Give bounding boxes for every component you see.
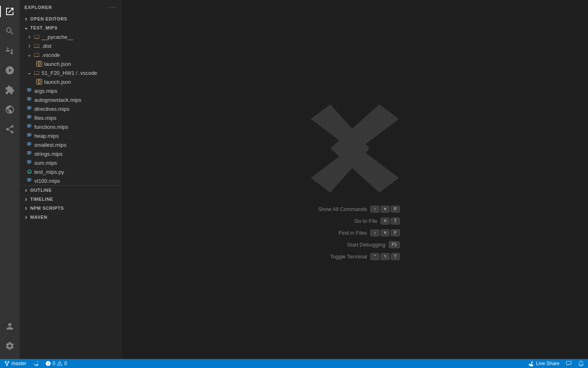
shortcut-label: Find in Files bbox=[310, 230, 367, 236]
activity-extensions[interactable] bbox=[0, 80, 20, 100]
activity-liveshare[interactable] bbox=[0, 119, 20, 139]
activity-search[interactable] bbox=[0, 21, 20, 41]
svg-rect-8 bbox=[27, 99, 32, 100]
list-item[interactable]: {} launch.json bbox=[20, 77, 122, 86]
npm-scripts-panel-header[interactable]: NPM SCRIPTS bbox=[20, 204, 122, 213]
kbd-key: P bbox=[391, 206, 400, 213]
folder-label: .dist bbox=[42, 43, 51, 49]
file-label: vt100.mips bbox=[34, 178, 60, 184]
shortcut-row: Toggle Terminal ^ ⌥ T bbox=[310, 253, 400, 260]
sync-status[interactable] bbox=[31, 359, 40, 368]
svg-rect-16 bbox=[27, 116, 32, 117]
svg-rect-26 bbox=[27, 134, 32, 135]
list-item[interactable]: vt100.mips bbox=[20, 176, 122, 185]
svg-rect-20 bbox=[27, 124, 31, 125]
mips-file-icon bbox=[26, 159, 33, 166]
error-icon bbox=[45, 361, 51, 366]
file-label: files.mips bbox=[34, 115, 56, 121]
outline-panel-header[interactable]: OUTLINE bbox=[20, 186, 122, 195]
activity-explorer[interactable] bbox=[0, 2, 20, 21]
activity-remote[interactable] bbox=[0, 100, 20, 119]
list-item[interactable]: 51_F20_HW1 / .vscode bbox=[20, 68, 122, 77]
more-actions-icon[interactable]: ··· bbox=[109, 3, 117, 12]
activity-settings[interactable] bbox=[0, 336, 20, 356]
app-container: EXPLORER ··· OPEN EDITORS TEST_MIPS bbox=[0, 0, 588, 359]
svg-rect-10 bbox=[27, 106, 31, 107]
maven-panel-header[interactable]: MAVEN bbox=[20, 213, 122, 222]
vscode-logo bbox=[306, 99, 404, 197]
svg-rect-51 bbox=[27, 181, 30, 182]
svg-rect-6 bbox=[27, 98, 32, 99]
list-item[interactable]: heap.mips bbox=[20, 131, 122, 140]
folder-chevron bbox=[26, 52, 33, 58]
list-item[interactable]: .dist bbox=[20, 41, 122, 50]
sidebar-bottom-panels: OUTLINE TIMELINE NPM SCRIPTS MAVEN bbox=[20, 185, 122, 222]
svg-rect-42 bbox=[27, 162, 31, 162]
shortcut-row: Show All Commands ⇧ ⌘ P bbox=[310, 206, 400, 213]
activity-account[interactable] bbox=[0, 316, 20, 336]
svg-rect-39 bbox=[27, 154, 30, 155]
json-file-icon: {} bbox=[36, 61, 42, 67]
svg-rect-21 bbox=[27, 125, 32, 126]
activity-source-control[interactable] bbox=[0, 41, 20, 61]
outline-chevron bbox=[23, 187, 29, 193]
mips-file-icon bbox=[26, 96, 33, 103]
shortcut-label: Go to File bbox=[320, 218, 377, 224]
svg-rect-1 bbox=[27, 89, 32, 90]
folder-icon bbox=[33, 43, 40, 49]
svg-rect-11 bbox=[27, 107, 32, 108]
svg-rect-47 bbox=[27, 178, 31, 179]
list-item[interactable]: files.mips bbox=[20, 113, 122, 122]
mips-file-icon bbox=[26, 123, 33, 130]
list-item[interactable]: .vscode bbox=[20, 50, 122, 59]
svg-rect-14 bbox=[27, 109, 30, 110]
kbd-key: F bbox=[391, 229, 400, 236]
kbd-key: F5 bbox=[389, 241, 400, 248]
live-share-status[interactable]: Live Share bbox=[527, 359, 561, 368]
sidebar-title: EXPLORER bbox=[24, 5, 52, 10]
svg-rect-30 bbox=[27, 142, 31, 143]
list-item[interactable]: sum.mips bbox=[20, 158, 122, 167]
editor-area: Show All Commands ⇧ ⌘ P Go to File ⌘ T F… bbox=[122, 0, 588, 359]
svg-rect-33 bbox=[27, 144, 32, 145]
list-item[interactable]: functions.mips bbox=[20, 122, 122, 131]
test-mips-header[interactable]: TEST_MIPS bbox=[20, 23, 122, 32]
json-file-icon: {} bbox=[36, 79, 42, 85]
svg-rect-34 bbox=[27, 145, 30, 146]
list-item[interactable]: py test_mips.py bbox=[20, 167, 122, 176]
svg-rect-41 bbox=[27, 161, 32, 162]
folder-label: 51_F20_HW1 / .vscode bbox=[42, 70, 97, 76]
list-item[interactable]: smallest.mips bbox=[20, 140, 122, 149]
svg-rect-5 bbox=[27, 97, 31, 98]
branch-status[interactable]: master bbox=[2, 359, 28, 368]
svg-rect-37 bbox=[27, 153, 31, 153]
mips-file-icon bbox=[26, 150, 33, 157]
branch-name: master bbox=[11, 361, 27, 366]
open-editors-header[interactable]: OPEN EDITORS bbox=[20, 14, 122, 23]
svg-rect-35 bbox=[27, 151, 31, 152]
folder-chevron bbox=[26, 70, 33, 76]
bell-status[interactable] bbox=[577, 359, 586, 368]
list-item[interactable]: {} launch.json bbox=[20, 59, 122, 68]
errors-status[interactable]: 0 0 bbox=[44, 359, 69, 368]
svg-rect-48 bbox=[27, 179, 32, 180]
svg-rect-12 bbox=[27, 108, 31, 108]
activity-run[interactable] bbox=[0, 61, 20, 80]
svg-rect-38 bbox=[27, 153, 32, 154]
list-item[interactable]: args.mips bbox=[20, 86, 122, 95]
python-file-icon: py bbox=[26, 168, 33, 175]
kbd-key: ⌘ bbox=[381, 206, 390, 213]
svg-rect-25 bbox=[27, 133, 31, 134]
list-item[interactable]: __pycache__ bbox=[20, 32, 122, 41]
chat-status[interactable] bbox=[564, 359, 573, 368]
list-item[interactable]: directives.mips bbox=[20, 104, 122, 113]
live-share-icon bbox=[529, 361, 535, 366]
kbd-key: ^ bbox=[370, 253, 379, 260]
svg-text:py: py bbox=[28, 171, 31, 173]
svg-rect-23 bbox=[27, 126, 32, 127]
shortcut-label: Toggle Terminal bbox=[310, 254, 367, 260]
timeline-panel-header[interactable]: TIMELINE bbox=[20, 195, 122, 204]
list-item[interactable]: autogrowstack.mips bbox=[20, 95, 122, 104]
list-item[interactable]: strings.mips bbox=[20, 149, 122, 158]
timeline-label: TIMELINE bbox=[30, 197, 53, 202]
